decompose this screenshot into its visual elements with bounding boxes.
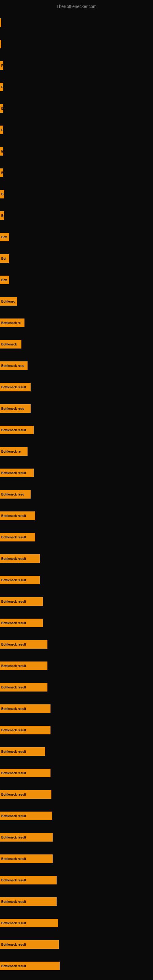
- bar-label-20: Bottleneck re: [1, 450, 21, 453]
- bar-row-22: Bottleneck resu: [0, 490, 30, 499]
- bar-label-22: Bottleneck resu: [1, 493, 24, 496]
- bar-30: Bottleneck result: [0, 662, 48, 670]
- bar-41: Bottleneck result: [0, 897, 57, 906]
- bar-row-18: Bottleneck resu: [0, 404, 30, 413]
- bar-40: Bottleneck result: [0, 876, 57, 885]
- bar-row-5: E: [0, 126, 3, 134]
- bar-row-19: Bottleneck result: [0, 426, 33, 434]
- bar-37: Bottleneck result: [0, 811, 52, 820]
- bar-35: Bottleneck result: [0, 769, 51, 777]
- bar-label-44: Bottleneck result: [1, 964, 26, 968]
- bar-2: F: [0, 61, 3, 70]
- bar-26: Bottleneck result: [0, 576, 40, 584]
- bar-label-10: Bott: [1, 235, 7, 239]
- bar-14: Bottleneck re: [0, 318, 24, 327]
- bar-row-33: Bottleneck result: [0, 726, 51, 734]
- bar-43: Bottleneck result: [0, 940, 59, 949]
- bar-label-15: Bottleneck: [1, 343, 17, 346]
- bar-label-14: Bottleneck re: [1, 321, 21, 325]
- bar-row-2: F: [0, 61, 3, 70]
- bar-28: Bottleneck result: [0, 619, 43, 627]
- bar-row-11: Bot: [0, 254, 9, 263]
- bar-label-42: Bottleneck result: [1, 921, 26, 925]
- bar-44: Bottleneck result: [0, 962, 60, 970]
- bar-34: Bottleneck result: [0, 747, 45, 756]
- bar-row-31: Bottleneck result: [0, 683, 48, 692]
- bar-19: Bottleneck result: [0, 426, 33, 434]
- bar-row-1: [0, 40, 1, 48]
- bar-label-26: Bottleneck result: [1, 579, 26, 582]
- bar-11: Bot: [0, 254, 9, 263]
- bar-row-13: Bottlenec: [0, 297, 17, 305]
- bar-6: E: [0, 147, 3, 156]
- bar-32: Bottleneck result: [0, 705, 51, 713]
- bar-label-40: Bottleneck result: [1, 879, 26, 882]
- bar-10: Bott: [0, 233, 9, 241]
- bar-1: [0, 40, 1, 48]
- bar-7: B: [0, 169, 3, 177]
- bar-label-35: Bottleneck result: [1, 772, 26, 775]
- bar-label-24: Bottleneck result: [1, 536, 26, 539]
- bar-label-7: B: [1, 171, 3, 175]
- bar-row-28: Bottleneck result: [0, 619, 43, 627]
- bar-row-17: Bottleneck result: [0, 383, 30, 391]
- bar-31: Bottleneck result: [0, 683, 48, 692]
- bar-23: Bottleneck result: [0, 511, 35, 520]
- bar-row-16: Bottleneck resu: [0, 361, 27, 370]
- bar-row-36: Bottleneck result: [0, 790, 51, 799]
- bar-row-8: Bo: [0, 190, 4, 199]
- bar-20: Bottleneck re: [0, 447, 27, 456]
- bar-label-5: E: [1, 128, 3, 132]
- bar-29: Bottleneck result: [0, 640, 48, 649]
- bar-row-41: Bottleneck result: [0, 897, 57, 906]
- bar-16: Bottleneck resu: [0, 361, 27, 370]
- bar-row-0: [0, 18, 1, 27]
- bar-label-30: Bottleneck result: [1, 664, 26, 668]
- bar-row-42: Bottleneck result: [0, 919, 58, 928]
- bar-row-12: Bott: [0, 275, 9, 284]
- bar-label-11: Bot: [1, 257, 6, 260]
- bar-label-17: Bottleneck result: [1, 385, 26, 389]
- bar-row-3: F: [0, 83, 3, 91]
- bar-label-13: Bottlenec: [1, 300, 15, 303]
- bar-12: Bott: [0, 275, 9, 284]
- bar-4: B: [0, 104, 3, 113]
- bar-label-9: Bo: [1, 214, 4, 218]
- bar-label-37: Bottleneck result: [1, 814, 26, 818]
- bar-label-6: E: [1, 150, 3, 153]
- bar-label-18: Bottleneck resu: [1, 407, 24, 410]
- bar-row-4: B: [0, 104, 3, 113]
- bar-0: [0, 18, 1, 27]
- bar-label-33: Bottleneck result: [1, 729, 26, 732]
- bar-label-8: Bo: [1, 192, 4, 196]
- bar-label-38: Bottleneck result: [1, 836, 26, 839]
- bar-row-23: Bottleneck result: [0, 511, 35, 520]
- bar-row-32: Bottleneck result: [0, 705, 51, 713]
- bar-label-39: Bottleneck result: [1, 857, 26, 861]
- bar-row-25: Bottleneck result: [0, 554, 40, 563]
- bar-label-16: Bottleneck resu: [1, 364, 24, 368]
- bar-label-29: Bottleneck result: [1, 643, 26, 646]
- bar-8: Bo: [0, 190, 4, 199]
- bar-row-39: Bottleneck result: [0, 854, 53, 863]
- bar-label-3: F: [1, 86, 3, 89]
- bar-row-40: Bottleneck result: [0, 876, 57, 885]
- bar-label-19: Bottleneck result: [1, 428, 26, 432]
- bar-row-37: Bottleneck result: [0, 811, 52, 820]
- bar-row-20: Bottleneck re: [0, 447, 27, 456]
- bar-3: F: [0, 83, 3, 91]
- bar-label-2: F: [1, 64, 3, 67]
- bar-38: Bottleneck result: [0, 833, 53, 842]
- bar-22: Bottleneck resu: [0, 490, 30, 499]
- bar-label-4: B: [1, 107, 3, 110]
- bar-label-21: Bottleneck result: [1, 471, 26, 475]
- bar-row-27: Bottleneck result: [0, 597, 43, 606]
- bar-15: Bottleneck: [0, 340, 21, 348]
- bar-label-32: Bottleneck result: [1, 707, 26, 711]
- bar-row-29: Bottleneck result: [0, 640, 48, 649]
- bar-label-12: Bott: [1, 278, 7, 282]
- bar-row-43: Bottleneck result: [0, 940, 59, 949]
- bar-row-35: Bottleneck result: [0, 769, 51, 777]
- bar-row-26: Bottleneck result: [0, 576, 40, 584]
- bar-label-27: Bottleneck result: [1, 600, 26, 603]
